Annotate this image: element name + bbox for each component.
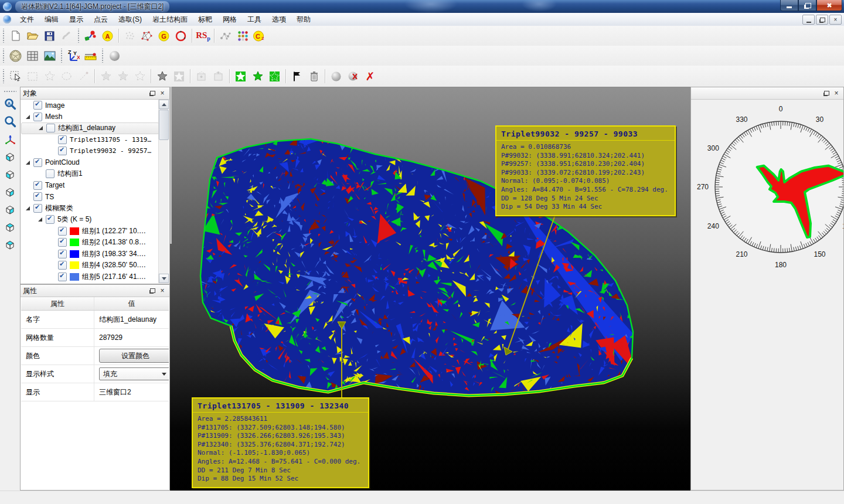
- viewport-3d[interactable]: Triplet99032 - 99257 - 99033Area = 0.010…: [170, 87, 690, 491]
- segment-add-button[interactable]: [114, 68, 131, 85]
- checkbox-group4[interactable]: [58, 261, 67, 270]
- checkbox-k5-classes[interactable]: [46, 215, 55, 224]
- mdi-minimize-button[interactable]: [802, 15, 815, 25]
- checkbox-mesh[interactable]: [33, 113, 42, 121]
- tree-item-image[interactable]: Image: [21, 100, 159, 111]
- close-panel-button[interactable]: ×: [832, 89, 841, 97]
- segment-outline-button[interactable]: [131, 68, 148, 85]
- zoom-fit-button[interactable]: A: [2, 96, 19, 113]
- rs-p-button[interactable]: RSp: [195, 28, 212, 45]
- polyhedron-fit-button[interactable]: [138, 28, 155, 45]
- close-panel-button[interactable]: ×: [158, 287, 167, 295]
- rect-select-button[interactable]: [24, 68, 41, 85]
- tree-item-mesh[interactable]: Mesh: [21, 111, 159, 123]
- segment-star-button[interactable]: [154, 68, 171, 85]
- view-bottom-button[interactable]: [2, 236, 19, 253]
- color-button[interactable]: 设置颜色: [99, 349, 169, 363]
- mdi-restore-button[interactable]: [816, 15, 828, 25]
- restore-button[interactable]: [798, 0, 816, 11]
- tree-item-jiegoumian1[interactable]: 结构面1: [21, 168, 159, 180]
- tree-item-pointcloud[interactable]: PointCloud: [21, 157, 159, 169]
- zyx-axes-button[interactable]: ZYX: [65, 47, 82, 64]
- close-panel-button[interactable]: ×: [158, 89, 167, 97]
- segment-subtract-button[interactable]: [97, 68, 114, 85]
- expander-icon[interactable]: [38, 217, 42, 222]
- checkbox-ts[interactable]: [33, 192, 42, 201]
- checkbox-pointcloud[interactable]: [33, 158, 42, 167]
- tree-item-k5-classes[interactable]: 5类 (K = 5): [21, 214, 159, 226]
- box-clip-out-button[interactable]: [210, 68, 227, 85]
- view-right-button[interactable]: [2, 201, 19, 218]
- float-panel-button[interactable]: [147, 287, 156, 295]
- menu-options[interactable]: 选项: [267, 13, 291, 26]
- sphere-delete-button[interactable]: [345, 68, 362, 85]
- checkbox-group1[interactable]: [58, 227, 67, 236]
- dock-splitter[interactable]: [170, 87, 172, 244]
- checkbox-triplet-99032[interactable]: [58, 147, 67, 155]
- tree-item-triplet-131705[interactable]: Triplet131705 - 1319…: [21, 134, 159, 146]
- box-clip-in-button[interactable]: [193, 68, 210, 85]
- new-file-button[interactable]: [7, 28, 24, 45]
- menu-tools[interactable]: 工具: [242, 13, 267, 26]
- checkbox-triplet-131705[interactable]: [58, 135, 67, 144]
- icosphere-button[interactable]: [7, 47, 24, 64]
- sphere-render-button[interactable]: [106, 47, 123, 64]
- image-view-button[interactable]: [41, 47, 58, 64]
- color-class-grid-button[interactable]: [234, 28, 251, 45]
- select-cursor-button[interactable]: [7, 68, 24, 85]
- zoom-button[interactable]: [2, 113, 19, 130]
- grid-table-button[interactable]: [24, 47, 41, 64]
- o-circle-button[interactable]: [172, 28, 189, 45]
- delete-all-x-button[interactable]: ✗: [362, 68, 379, 85]
- c2-cluster-button[interactable]: C2: [251, 28, 268, 45]
- tree-item-group5[interactable]: 组别5 (217.16' 41.…: [21, 271, 159, 283]
- view-back-button[interactable]: [2, 166, 19, 183]
- checkbox-group2[interactable]: [58, 238, 67, 247]
- checkbox-group5[interactable]: [58, 273, 67, 281]
- expander-icon[interactable]: [26, 161, 30, 165]
- point-network-button[interactable]: [217, 28, 234, 45]
- save-button[interactable]: [41, 28, 58, 45]
- tree-item-jiegoumian1-delaunay[interactable]: 结构面1_delaunay: [21, 122, 159, 134]
- circle-select-button[interactable]: [58, 68, 75, 85]
- line-select-button[interactable]: [75, 68, 92, 85]
- tree-item-ts[interactable]: TS: [21, 191, 159, 203]
- probe-hook-button[interactable]: [58, 28, 75, 45]
- tree-item-group2[interactable]: 组别2 (141.38' 0.8…: [21, 237, 159, 248]
- menu-file[interactable]: 文件: [15, 13, 39, 26]
- expander-icon[interactable]: [26, 115, 30, 119]
- view-top-button[interactable]: [2, 219, 19, 236]
- tree-item-triplet-99032[interactable]: Triplet99032 - 99257…: [21, 145, 159, 157]
- checkbox-jiegoumian1-delaunay[interactable]: [46, 124, 55, 132]
- scrollbar-thumb[interactable]: [159, 110, 169, 140]
- float-panel-button[interactable]: [147, 89, 156, 97]
- g-circle-button[interactable]: G: [155, 28, 172, 45]
- menu-point-cloud[interactable]: 点云: [89, 13, 113, 26]
- menu-select[interactable]: 选取(S): [113, 13, 147, 26]
- measure-ruler-button[interactable]: [82, 47, 99, 64]
- view-front-button[interactable]: [2, 148, 19, 165]
- sphere-hide-button[interactable]: [328, 68, 345, 85]
- menu-target[interactable]: 标靶: [193, 13, 217, 26]
- scroll-up-button[interactable]: [159, 100, 169, 109]
- float-panel-button[interactable]: [821, 89, 831, 97]
- polygon-select-button[interactable]: [41, 68, 58, 85]
- segment-star-box-button[interactable]: [171, 68, 188, 85]
- class-star-box-button[interactable]: [232, 68, 249, 85]
- checkbox-jiegoumian1[interactable]: [46, 169, 55, 178]
- minimize-button[interactable]: [780, 0, 798, 11]
- label-a-button[interactable]: A: [99, 28, 116, 45]
- mdi-close-button[interactable]: ×: [829, 15, 842, 25]
- scroll-down-button[interactable]: [159, 274, 169, 283]
- view-left-button[interactable]: [2, 183, 19, 200]
- expander-icon[interactable]: [26, 206, 30, 210]
- tree-item-group4[interactable]: 组别4 (328.50' 50.…: [21, 260, 159, 271]
- tree-item-group1[interactable]: 组别1 (122.27' 10.…: [21, 226, 159, 237]
- checkbox-group3[interactable]: [58, 250, 67, 258]
- checkbox-image[interactable]: [33, 101, 42, 110]
- menu-mesh[interactable]: 网格: [217, 13, 242, 26]
- expander-icon[interactable]: [39, 126, 43, 130]
- open-folder-button[interactable]: [24, 28, 41, 45]
- tree-item-fuzzy-cluster[interactable]: 模糊聚类: [21, 203, 159, 214]
- checkbox-fuzzy-cluster[interactable]: [33, 204, 42, 213]
